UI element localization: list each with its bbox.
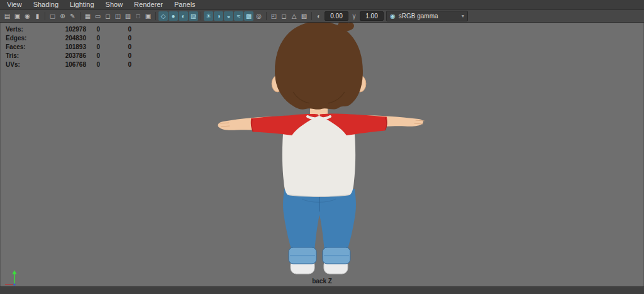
smooth-shade-icon[interactable]: ● — [169, 11, 178, 21]
shading-group: ◇●◐▨ — [158, 11, 198, 21]
wireframe-icon[interactable]: ◇ — [158, 11, 168, 21]
toolbar-separator — [266, 12, 267, 20]
lighting-group: ☀◑◒≈▩◎ — [204, 11, 264, 21]
character-model[interactable] — [218, 23, 425, 274]
isolate-select-icon[interactable]: ◰ — [269, 11, 279, 21]
grid-icon[interactable]: ▦ — [83, 11, 92, 21]
gamma-icon[interactable]: γ — [350, 12, 358, 21]
viewport-canvas[interactable] — [1, 23, 643, 286]
panel-toolbar: ▤▣◉▮ ▢⊕✎ ▦▭◻◫▥□▣ ◇●◐▨ ☀◑◒≈▩◎ ◰◻△▧ ◐ γ ◉ … — [0, 10, 644, 23]
toolbar-separator — [311, 12, 312, 20]
bookmark-icon[interactable]: ▮ — [33, 11, 42, 21]
viewport[interactable]: Verts: 102978 0 0 Edges: 204830 0 0 Face… — [0, 23, 644, 286]
toolbar-separator — [45, 12, 45, 20]
menu-shading[interactable]: Shading — [28, 0, 64, 9]
xray-joints-icon[interactable]: △ — [289, 11, 299, 21]
colorspace-dropdown[interactable]: ◉ sRGB gamma ▾ — [386, 11, 468, 21]
menu-show[interactable]: Show — [100, 0, 129, 9]
image-plane-icon[interactable]: ▢ — [48, 11, 57, 21]
screen-space-ao-icon[interactable]: ◒ — [224, 11, 233, 21]
menu-lighting[interactable]: Lighting — [64, 0, 100, 9]
camera-tools-group: ▤▣◉▮ — [3, 11, 42, 21]
gamma-field[interactable] — [360, 11, 384, 21]
color-management-icon: ◉ — [390, 13, 396, 20]
gate-mask-icon[interactable]: ◫ — [113, 11, 123, 21]
character-hair — [275, 23, 363, 110]
use-all-lights-icon[interactable]: ☀ — [204, 11, 213, 21]
grease-pencil-icon[interactable]: ✎ — [68, 11, 77, 21]
safe-title-icon[interactable]: ▣ — [143, 11, 153, 21]
textured-icon[interactable]: ▨ — [189, 11, 198, 21]
toolbar-separator — [201, 12, 201, 20]
select-camera-icon[interactable]: ▤ — [3, 11, 12, 21]
colorspace-value: sRGB gamma — [399, 13, 438, 20]
gpu-override-icon[interactable]: ▧ — [299, 11, 309, 21]
camera-attributes-icon[interactable]: ◉ — [23, 11, 32, 21]
menu-panels[interactable]: Panels — [169, 0, 201, 9]
menu-view[interactable]: View — [1, 0, 28, 9]
axis-gizmo — [5, 270, 16, 286]
viewport-tools-group: ▢⊕✎ — [48, 11, 77, 21]
toolbar-separator — [80, 12, 80, 20]
lock-camera-icon[interactable]: ▣ — [13, 11, 22, 21]
safe-action-icon[interactable]: □ — [133, 11, 143, 21]
menu-renderer[interactable]: Renderer — [128, 0, 169, 9]
toolbar-separator — [155, 12, 156, 20]
depth-of-field-icon[interactable]: ◎ — [254, 11, 264, 21]
resolution-gate-icon[interactable]: ◻ — [103, 11, 113, 21]
field-chart-icon[interactable]: ▥ — [123, 11, 133, 21]
default-material-icon[interactable]: ◐ — [179, 11, 188, 21]
exposure-field[interactable] — [325, 11, 348, 21]
bottom-bar — [0, 286, 644, 294]
motion-blur-icon[interactable]: ≈ — [234, 11, 243, 21]
chevron-down-icon: ▾ — [462, 13, 464, 19]
xray-icon[interactable]: ◻ — [279, 11, 289, 21]
2d-pan-zoom-icon[interactable]: ⊕ — [58, 11, 67, 21]
exposure-icon[interactable]: ◐ — [314, 12, 323, 21]
shadows-icon[interactable]: ◑ — [214, 11, 223, 21]
menu-bar: View Shading Lighting Show Renderer Pane… — [0, 0, 644, 10]
isolate-group: ◰◻△▧ — [269, 11, 309, 21]
film-gate-icon[interactable]: ▭ — [93, 11, 103, 21]
gates-group: ▦▭◻◫▥□▣ — [83, 11, 153, 21]
anti-alias-icon[interactable]: ▩ — [244, 11, 253, 21]
